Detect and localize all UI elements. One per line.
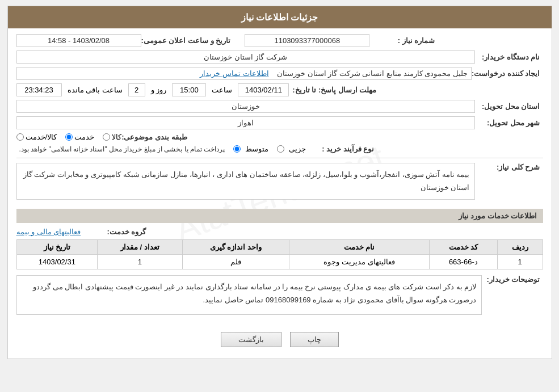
col-header-name: نام خدمت (289, 239, 429, 254)
process-jozi[interactable]: جزیی (277, 145, 309, 153)
creator-link[interactable]: اطلاعات تماس خریدار (200, 69, 268, 78)
deadline-label: مهلت ارسال پاسخ: تا تاریخ: (292, 86, 379, 94)
province-label: استان محل تحویل: (475, 102, 543, 111)
creator-label: ایجاد کننده درخواست: (472, 69, 543, 78)
city-value: اهواز (16, 116, 475, 129)
deadline-remaining: 23:34:23 (16, 83, 62, 96)
content-area: AtatTender.net شماره نیاز : 110309337700… (8, 28, 552, 359)
buttons-row: چاپ بازگشت (16, 326, 543, 353)
notes-section: توضیحات خریدار: لازم به ذکر است شرکت های… (16, 275, 543, 321)
category-kala-khadamat[interactable]: کالا/خدمت (16, 133, 57, 141)
deadline-time-label: ساعت (212, 86, 232, 94)
process-motevaset-label: متوسط (245, 145, 268, 153)
deadline-time: 15:00 (172, 83, 206, 96)
process-motevaset[interactable]: متوسط (233, 145, 271, 153)
col-header-date: تاریخ نیاز (16, 239, 98, 254)
table-row: 1 د-66-663 فعالیتهای مدیریت وجوه قلم 1 1… (16, 254, 543, 269)
buyer-label: نام دستگاه خریدار: (475, 53, 543, 61)
services-table: ردیف کد خدمت نام خدمت واحد اندازه گیری ت… (16, 239, 543, 269)
cell-code: د-66-663 (430, 254, 497, 269)
category-kala-khadamat-label: کالا/خدمت (26, 133, 57, 141)
page-header: جزئیات اطلاعات نیاز (8, 6, 552, 28)
creator-row: ایجاد کننده درخواست: جلیل محمودی کارمند … (16, 67, 543, 80)
print-button[interactable]: چاپ (290, 332, 339, 347)
buyer-row: نام دستگاه خریدار: شرکت گاز استان خوزستا… (16, 50, 543, 64)
category-kala-label: کالا (112, 133, 121, 141)
col-header-row: ردیف (497, 239, 543, 254)
col-header-qty: تعداد / مقدار (98, 239, 182, 254)
category-options: کالا/خدمت خدمت کالا (16, 133, 122, 141)
deadline-remaining-label: ساعت باقی مانده (68, 86, 123, 94)
back-button[interactable]: بازگشت (221, 332, 281, 347)
process-jozi-label: جزیی (289, 145, 306, 153)
category-row: طبقه بندی موضوعی: کالا/خدمت خدمت کالا (16, 133, 543, 141)
process-label: نوع فرآیند خرید : (309, 145, 377, 153)
announcement-value: 1403/02/08 - 14:58 (16, 34, 141, 47)
cell-qty: 1 (98, 254, 182, 269)
separator-1 (16, 158, 543, 158)
service-group-label: گروه خدمت: (81, 227, 149, 236)
category-label: طبقه بندی موضوعی: (121, 133, 190, 141)
number-row: شماره نیاز : 1103093377000068 تاریخ و سا… (16, 34, 543, 47)
inner-content: شماره نیاز : 1103093377000068 تاریخ و سا… (16, 34, 543, 353)
cell-unit: قلم (182, 254, 289, 269)
deadline-days-label: روز و (151, 86, 167, 94)
city-label: شهر محل تحویل: (475, 119, 543, 127)
notes-label: توضیحات خریدار: (486, 275, 543, 284)
province-value: خوزستان (16, 100, 475, 113)
notes-value: لازم به ذکر است شرکت های بیمه ی مدارک پی… (16, 275, 482, 315)
deadline-date: 1403/02/11 (238, 83, 289, 96)
cell-row: 1 (497, 254, 543, 269)
category-khadamat[interactable]: خدمت (65, 133, 94, 141)
cell-date: 1403/02/31 (16, 254, 98, 269)
city-row: شهر محل تحویل: اهواز (16, 116, 543, 129)
process-options: پرداخت تمام یا بخشی از مبلغ خریداز محل "… (16, 145, 309, 153)
service-group-value[interactable]: فعالیتهای مالی و بیمه (16, 227, 81, 236)
page-container: جزئیات اطلاعات نیاز AtatTender.net شماره… (7, 6, 552, 359)
description-value: بیمه نامه آتش سوزی، انفجار،آشوب و بلوا،س… (16, 163, 475, 200)
deadline-row: مهلت ارسال پاسخ: تا تاریخ: 1403/02/11 سا… (16, 83, 543, 96)
number-label: شماره نیاز : (369, 36, 438, 45)
category-kala[interactable]: کالا (103, 133, 121, 141)
number-value: 1103093377000068 (245, 34, 369, 47)
page-title: جزئیات اطلاعات نیاز (241, 12, 318, 22)
description-label: شرح کلی نیاز: (475, 163, 543, 171)
process-row: نوع فرآیند خرید : پرداخت تمام یا بخشی از… (16, 145, 543, 153)
creator-value: جلیل محمودی کارمند منابع انسانی شرکت گاز… (16, 67, 472, 80)
description-row: شرح کلی نیاز: بیمه نامه آتش سوزی، انفجار… (16, 163, 543, 205)
province-row: استان محل تحویل: خوزستان (16, 100, 543, 113)
deadline-days: 2 (128, 83, 145, 96)
service-group-row: گروه خدمت: فعالیتهای مالی و بیمه (16, 227, 543, 236)
col-header-unit: واحد اندازه گیری (182, 239, 289, 254)
cell-name: فعالیتهای مدیریت وجوه (289, 254, 429, 269)
process-note: پرداخت تمام یا بخشی از مبلغ خریداز محل "… (19, 145, 225, 153)
services-section-title: اطلاعات خدمات مورد نیاز (16, 209, 543, 223)
announcement-label: تاریخ و ساعت اعلان عمومی: (141, 36, 234, 45)
buyer-value: شرکت گاز استان خوزستان (16, 50, 475, 64)
col-header-code: کد خدمت (430, 239, 497, 254)
category-khadamat-label: خدمت (74, 133, 94, 141)
